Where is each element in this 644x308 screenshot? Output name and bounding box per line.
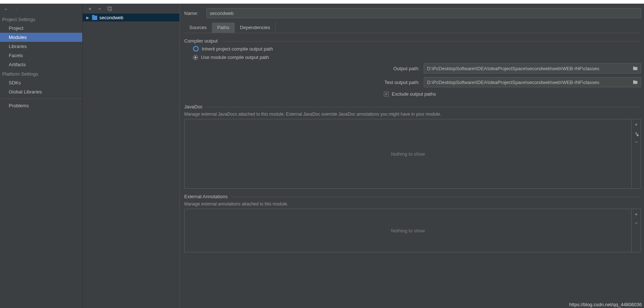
ext-ann-empty-text: Nothing to show bbox=[185, 209, 631, 252]
javadoc-info: Manage external JavaDocs attached to thi… bbox=[184, 110, 641, 119]
test-output-path-label: Test output path: bbox=[384, 80, 419, 85]
sidebar: ← → Project Settings Project Modules Lib… bbox=[0, 4, 83, 308]
module-name-input[interactable] bbox=[206, 8, 641, 18]
tree-expand-icon[interactable]: ▶ bbox=[86, 16, 90, 20]
section-project-settings: Project Settings bbox=[0, 15, 82, 24]
tab-paths[interactable]: Paths bbox=[212, 23, 235, 33]
test-output-path-input[interactable] bbox=[424, 77, 632, 87]
module-tree-item[interactable]: ▶ secondweb bbox=[83, 14, 179, 21]
radio-unselected-icon bbox=[193, 46, 199, 52]
output-path-input[interactable] bbox=[424, 64, 632, 73]
divider bbox=[0, 99, 82, 99]
module-tree-pane: + − ⿻ ▶ secondweb bbox=[83, 4, 180, 308]
output-path-label: Output path: bbox=[393, 66, 419, 71]
ext-ann-list: Nothing to show + − bbox=[184, 209, 641, 252]
tab-sources[interactable]: Sources bbox=[184, 23, 212, 33]
copy-module-icon[interactable]: ⿻ bbox=[107, 6, 112, 12]
remove-module-icon[interactable]: − bbox=[98, 6, 101, 12]
ext-ann-add-icon[interactable]: + bbox=[635, 211, 637, 217]
nav-back-icon[interactable]: ← bbox=[4, 6, 9, 12]
sidebar-item-project[interactable]: Project bbox=[0, 24, 82, 33]
ext-ann-label: External Annotations bbox=[184, 194, 641, 199]
module-folder-icon bbox=[92, 16, 97, 20]
sidebar-item-artifacts[interactable]: Artifacts bbox=[0, 60, 82, 69]
section-platform-settings: Platform Settings bbox=[0, 69, 82, 78]
radio-inherit[interactable]: Inherit project compile output path bbox=[184, 44, 641, 53]
tabs: Sources Paths Dependencies bbox=[184, 23, 641, 33]
exclude-output-checkbox[interactable]: ✓ bbox=[384, 92, 389, 97]
add-module-icon[interactable]: + bbox=[88, 6, 91, 12]
tab-dependencies[interactable]: Dependencies bbox=[235, 23, 276, 33]
javadoc-add-url-icon[interactable]: +◉ bbox=[635, 130, 637, 136]
browse-folder-icon[interactable] bbox=[632, 80, 639, 85]
titlebar bbox=[0, 0, 644, 4]
javadoc-list: Nothing to show + +◉ − bbox=[184, 119, 641, 189]
nav-forward-icon[interactable]: → bbox=[14, 6, 19, 12]
radio-use-module[interactable]: Use module compile output path bbox=[184, 53, 641, 61]
sidebar-item-modules[interactable]: Modules bbox=[0, 33, 82, 42]
exclude-output-label: Exclude output paths bbox=[392, 91, 436, 97]
ext-ann-remove-icon[interactable]: − bbox=[635, 220, 637, 226]
content-pane: Name: Sources Paths Dependencies Compile… bbox=[180, 4, 644, 308]
watermark: https://blog.csdn.net/qq_44806036 bbox=[569, 302, 642, 307]
sidebar-item-sdks[interactable]: SDKs bbox=[0, 78, 82, 87]
javadoc-remove-icon[interactable]: − bbox=[635, 139, 637, 145]
sidebar-item-problems[interactable]: Problems bbox=[0, 101, 82, 110]
name-label: Name: bbox=[184, 11, 201, 16]
sidebar-item-facets[interactable]: Facets bbox=[0, 51, 82, 60]
javadoc-label: JavaDoc bbox=[184, 104, 641, 109]
browse-folder-icon[interactable] bbox=[632, 66, 639, 71]
tree-toolbar: + − ⿻ bbox=[83, 4, 179, 14]
radio-selected-icon bbox=[193, 55, 198, 60]
sidebar-item-global-libraries[interactable]: Global Libraries bbox=[0, 87, 82, 96]
module-name: secondweb bbox=[99, 15, 123, 20]
sidebar-item-libraries[interactable]: Libraries bbox=[0, 42, 82, 51]
javadoc-add-icon[interactable]: + bbox=[635, 121, 637, 127]
compiler-output-label: Compiler output bbox=[184, 38, 641, 44]
ext-ann-info: Manage external annotations attached to … bbox=[184, 200, 641, 209]
javadoc-empty-text: Nothing to show bbox=[185, 119, 631, 188]
